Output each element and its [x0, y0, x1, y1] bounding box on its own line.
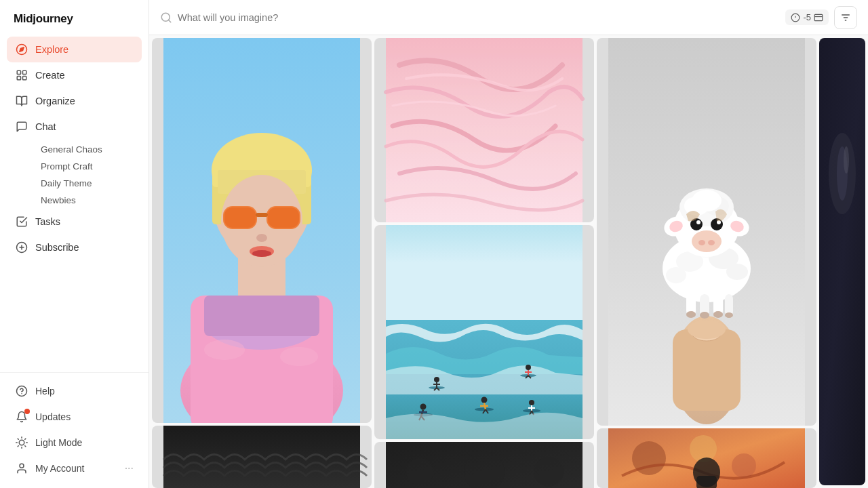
svg-rect-88	[509, 422, 512, 424]
gallery-col-1: ⤢ ↓ 🔍 ♡	[152, 38, 372, 485]
svg-rect-89	[506, 425, 509, 428]
image-action-like[interactable]: ♡	[346, 399, 365, 418]
chat-sub-general-chaos[interactable]: General Chaos	[35, 141, 142, 158]
search-input[interactable]	[178, 12, 780, 23]
my-account-more-icon[interactable]: ···	[125, 462, 134, 474]
sidebar-item-subscribe-label: Subscribe	[35, 242, 79, 253]
svg-line-14	[18, 439, 18, 439]
svg-point-94	[406, 458, 433, 485]
sidebar-item-help[interactable]: Help	[7, 378, 142, 404]
svg-point-112	[686, 311, 696, 318]
svg-point-82	[529, 400, 534, 405]
svg-rect-46	[224, 207, 256, 228]
image-actions-surf	[499, 415, 587, 434]
svg-point-50	[252, 250, 271, 257]
sidebar-item-updates-label: Updates	[35, 411, 71, 422]
svg-point-113	[700, 312, 709, 319]
surf-action-search[interactable]	[545, 415, 564, 434]
svg-point-129	[692, 230, 722, 252]
svg-point-127	[696, 220, 701, 224]
svg-point-48	[256, 234, 267, 242]
svg-point-64	[526, 365, 531, 370]
svg-rect-5	[23, 77, 26, 80]
sidebar: Midjourney Explore Create	[0, 0, 149, 488]
edit-icon	[15, 68, 28, 82]
gallery-image-animal[interactable]	[597, 38, 816, 426]
svg-point-11	[19, 440, 24, 445]
gallery-image-pink-abstract[interactable]	[374, 38, 594, 222]
svg-rect-4	[17, 77, 20, 80]
svg-point-52	[280, 347, 318, 366]
sidebar-item-my-account[interactable]: My Account ···	[7, 455, 142, 481]
filter-button[interactable]	[834, 6, 857, 29]
gallery-col-4	[819, 38, 865, 485]
svg-rect-47	[268, 207, 299, 228]
sidebar-item-tasks[interactable]: Tasks	[7, 209, 142, 235]
sidebar-item-tasks-label: Tasks	[35, 216, 60, 227]
subscribe-icon	[15, 241, 28, 254]
svg-line-19	[25, 439, 26, 439]
chat-sub-prompt-craft[interactable]: Prompt Craft	[35, 158, 142, 175]
image-actions-fashion: ⤢ ↓ 🔍 ♡	[277, 399, 365, 418]
chat-sub-newbies[interactable]: Newbies	[35, 192, 142, 209]
svg-rect-99	[673, 329, 741, 411]
sidebar-item-organize-label: Organize	[35, 96, 75, 106]
svg-point-107	[726, 264, 748, 280]
svg-line-15	[25, 446, 26, 447]
topbar-right: -5	[785, 6, 857, 29]
updates-badge	[24, 409, 30, 414]
sidebar-item-chat-label: Chat	[35, 121, 56, 132]
image-action-search[interactable]: 🔍	[323, 399, 342, 418]
topbar: -5	[149, 0, 868, 35]
surf-action-like[interactable]	[568, 415, 587, 434]
svg-point-51	[204, 340, 245, 360]
gallery-image-dark-partial[interactable]	[819, 38, 865, 485]
sidebar-item-explore-label: Explore	[35, 44, 68, 55]
sidebar-item-explore[interactable]: Explore	[7, 37, 142, 62]
gallery-image-surf[interactable]: halance_77	[374, 225, 594, 439]
svg-rect-90	[509, 425, 512, 428]
gallery-col-2: halance_77	[374, 38, 594, 485]
sidebar-item-updates[interactable]: Updates	[7, 404, 142, 430]
image-action-expand[interactable]: ⤢	[277, 399, 296, 418]
help-icon	[15, 384, 28, 398]
svg-point-58	[434, 377, 439, 382]
svg-rect-87	[506, 422, 509, 424]
image-username-surf: halance_77	[381, 420, 425, 429]
chat-sub-items: General Chaos Prompt Craft Daily Theme N…	[7, 141, 142, 209]
image-action-save[interactable]: ↓	[300, 399, 319, 418]
svg-point-135	[732, 453, 756, 478]
credit-value: -5	[803, 12, 811, 22]
svg-point-115	[725, 312, 733, 318]
sidebar-item-chat[interactable]: Chat	[7, 114, 142, 140]
svg-point-131	[708, 240, 715, 245]
surf-action-bookmark[interactable]	[522, 415, 541, 434]
sidebar-item-organize[interactable]: Organize	[7, 88, 142, 114]
gallery-image-art[interactable]	[597, 428, 816, 488]
sidebar-item-light-mode[interactable]: Light Mode	[7, 430, 142, 455]
sun-icon	[15, 436, 28, 449]
search-icon	[160, 12, 172, 24]
svg-rect-45	[256, 213, 268, 217]
svg-line-92	[556, 426, 557, 427]
svg-point-96	[534, 457, 564, 487]
svg-point-106	[666, 267, 686, 283]
sidebar-item-create[interactable]: Create	[7, 62, 142, 88]
organize-icon	[15, 94, 28, 108]
svg-point-130	[698, 240, 705, 245]
svg-line-18	[18, 446, 18, 447]
gallery-image-dark2[interactable]	[374, 442, 594, 488]
svg-point-76	[481, 397, 488, 403]
chat-icon	[15, 120, 28, 134]
app-logo: Midjourney	[0, 0, 149, 34]
tasks-icon	[15, 215, 28, 228]
user-icon	[15, 462, 28, 475]
chat-sub-daily-theme[interactable]: Daily Theme	[35, 175, 142, 192]
gallery-image-dark-architecture[interactable]	[152, 426, 372, 488]
svg-rect-35	[204, 296, 319, 336]
surf-action-expand[interactable]	[499, 415, 518, 434]
svg-rect-137	[696, 476, 717, 488]
sidebar-item-subscribe[interactable]: Subscribe	[7, 235, 142, 260]
svg-rect-55	[386, 225, 583, 320]
gallery-image-fashion[interactable]: ⤢ ↓ 🔍 ♡	[152, 38, 372, 423]
